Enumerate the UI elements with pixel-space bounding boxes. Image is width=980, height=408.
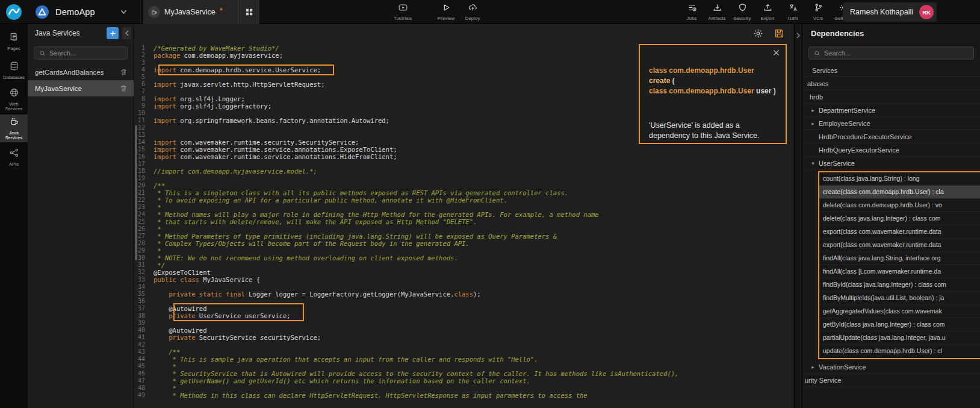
code-editor[interactable]: 1/*Generated by WaveMaker Studio*/2packa… — [134, 24, 794, 408]
web-services-icon — [9, 87, 19, 100]
dependencies-tree: Servicesabaseshrdb▸DepartmentService▸Emp… — [802, 64, 980, 387]
code-line: 32@ExposeToClient — [134, 269, 794, 276]
service-item-getcardsandbalances[interactable]: getCardsAndBalances — [28, 64, 134, 80]
line-number: 48 — [134, 384, 154, 392]
line-number: 44 — [134, 356, 154, 363]
dependencies-title: Dependencies — [802, 24, 980, 42]
code-line: 49 * Methods in this class can declare H… — [134, 392, 794, 399]
add-service-button[interactable] — [107, 27, 119, 39]
code-text: private SecurityService securityService; — [154, 334, 321, 341]
method-item[interactable]: findAll(class [Lcom.wavemaker.runtime.da — [819, 265, 980, 278]
line-number: 7 — [134, 88, 154, 95]
method-item[interactable]: findById(class java.lang.Integer) : clas… — [819, 278, 980, 292]
tool-label: Export — [760, 16, 774, 21]
line-number: 1 — [134, 45, 154, 52]
tool-jobs-button[interactable]: Jobs — [680, 0, 703, 24]
tool-preview-button[interactable]: Preview — [435, 0, 457, 24]
signature-line: class com.demoapp.hrdb.User create ( — [649, 66, 777, 86]
code-text: * getUserName() and getUserId() etc whic… — [154, 377, 530, 384]
java-services-icon — [9, 116, 19, 129]
tool-security-button[interactable]: Security — [731, 0, 754, 24]
code-text: * This is a singleton class with all its… — [154, 189, 568, 196]
vcs-icon — [814, 3, 823, 14]
dependencies-search-input[interactable] — [824, 49, 969, 57]
collapse-panel-button[interactable] — [122, 27, 131, 39]
method-item[interactable]: update(class com.demoapp.hrdb.User) : cl — [819, 345, 980, 358]
tree-item-hrdb[interactable]: hrdb — [802, 90, 980, 104]
popup-message: 'UserService' is added as a dependency t… — [649, 121, 777, 141]
tree-item-urity-service[interactable]: urity Service — [802, 374, 980, 387]
tree-item-label: abases — [807, 80, 828, 87]
trash-icon[interactable] — [120, 68, 128, 76]
tool-i18n-button[interactable]: I18N — [781, 0, 804, 24]
code-line: 36 — [134, 298, 794, 305]
method-item[interactable]: count(class java.lang.String) : long — [819, 172, 980, 186]
scrollbar-thumb[interactable] — [135, 125, 137, 260]
code-text: * Method Parameters of type primitives (… — [154, 233, 557, 240]
tree-item-hrdbprocedureexecutorservice[interactable]: HrdbProcedureExecutorService — [802, 130, 980, 143]
apps-grid-button[interactable] — [238, 0, 259, 24]
method-item[interactable]: create(class com.demoapp.hrdb.User) : cl… — [819, 186, 980, 199]
tool-tutorials-button[interactable]: Tutorials — [391, 0, 414, 24]
wavemaker-logo-icon[interactable] — [5, 4, 22, 20]
service-item-label: MyJavaService — [35, 85, 82, 92]
line-number: 31 — [134, 262, 154, 269]
method-item[interactable]: getById(class java.lang.Integer) : class… — [819, 318, 980, 331]
tree-item-userservice[interactable]: ▾UserService — [802, 157, 980, 170]
method-item[interactable]: findByMultipleIds(java.util.List, boolea… — [819, 292, 980, 305]
tree-item-abases[interactable]: abases — [802, 77, 980, 90]
rail-item-apis[interactable]: APIs — [0, 143, 28, 171]
rail-item-java-services[interactable]: Java Services — [0, 115, 28, 142]
close-icon[interactable] — [773, 49, 780, 56]
tool-export-button[interactable]: Export — [756, 0, 779, 24]
code-text: import org.slf4j.Logger; — [154, 95, 245, 102]
rail-item-label: Web Services — [1, 102, 27, 112]
code-text: import org.springframework.beans.factory… — [154, 117, 389, 124]
expand-panel-button[interactable] — [796, 33, 801, 39]
chevron-down-icon[interactable] — [120, 10, 127, 14]
tool-deploy-button[interactable]: Deploy — [461, 0, 484, 24]
tree-item-employeeservice[interactable]: ▸EmployeeService — [802, 117, 980, 130]
service-item-myjavaservice[interactable]: MyJavaService — [28, 80, 134, 96]
code-line: 24 * Method names will play a major role… — [134, 211, 794, 218]
method-item[interactable]: delete(class com.demoapp.hrdb.User) : vo — [819, 199, 980, 212]
tool-vcs-button[interactable]: VCS — [807, 0, 830, 24]
code-line: 34 — [134, 283, 794, 290]
line-number: 10 — [134, 110, 154, 117]
save-button[interactable] — [774, 28, 784, 39]
app-logo-icon[interactable] — [35, 5, 49, 19]
code-text: import org.slf4j.LoggerFactory; — [154, 102, 271, 110]
rail-item-web-services[interactable]: Web Services — [0, 86, 28, 113]
method-item[interactable]: export(class com.wavemaker.runtime.data — [819, 239, 980, 252]
tool-label: Tutorials — [394, 16, 412, 21]
method-item[interactable]: partialUpdate(class java.lang.Integer, j… — [819, 331, 980, 345]
method-item[interactable]: delete(class java.lang.Integer) : class … — [819, 212, 980, 225]
user-menu[interactable]: Ramesh Kothapalli RK — [843, 2, 937, 22]
method-item[interactable]: export(class com.wavemaker.runtime.data — [819, 225, 980, 239]
tab-myjavaservice[interactable]: MyJavaService * — [143, 0, 238, 24]
tree-item-hrdbqueryexecutorservice[interactable]: HrdbQueryExecutorService — [802, 143, 980, 157]
code-line: 45 * — [134, 363, 794, 370]
code-text: //import com.demoapp.myjavaservice.model… — [154, 168, 317, 175]
editor-settings-button[interactable] — [753, 28, 763, 39]
services-search-input[interactable] — [49, 49, 122, 57]
line-number: 32 — [134, 269, 154, 276]
code-text: * NOTE: We do not recommend using method… — [154, 254, 458, 262]
rail-item-pages[interactable]: Pages — [0, 28, 28, 55]
method-item[interactable]: findAll(class java.lang.String, interfac… — [819, 252, 980, 265]
tool-artifacts-button[interactable]: Artifacts — [706, 0, 728, 24]
rail-item-databases[interactable]: Databases — [0, 57, 28, 84]
tree-item-departmentservice[interactable]: ▸DepartmentService — [802, 104, 980, 117]
tree-item-services[interactable]: Services — [802, 64, 980, 77]
code-line: 40 @Autowired — [134, 327, 794, 334]
code-line: 19 — [134, 175, 794, 182]
panel-gutter — [794, 24, 802, 408]
method-item[interactable]: getAggregatedValues(class com.wavemak — [819, 305, 980, 318]
trash-icon[interactable] — [120, 84, 128, 92]
code-text: import javax.servlet.http.HttpServletReq… — [154, 81, 324, 88]
tree-item-vacationservice[interactable]: ▸VacationService — [802, 360, 980, 374]
code-line: 17 — [134, 160, 794, 168]
code-text: * — [154, 384, 176, 392]
tree-item-label: EmployeeService — [819, 120, 870, 127]
code-text: import com.wavemaker.runtime.service.ann… — [154, 153, 397, 160]
